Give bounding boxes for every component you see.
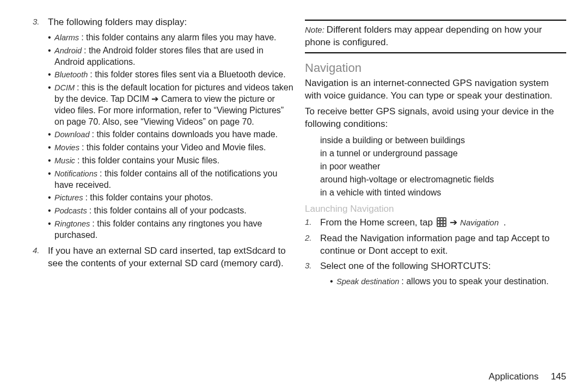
folder-item: • DCIM: this is the default location for…: [48, 82, 294, 127]
folder-term: Ringtones: [54, 219, 92, 228]
svg-rect-5: [440, 221, 442, 223]
list-number: 3.: [33, 16, 48, 29]
condition-item: in a tunnel or underground passage: [320, 147, 566, 160]
footer-section: Applications: [489, 371, 539, 382]
list-body: Select one of the following SHORTCUTS:: [320, 260, 566, 273]
list-number: 2.: [305, 232, 320, 258]
list-body: From the Home screen, tap ➔ Navigation .: [320, 217, 566, 229]
page-footer: Applications 145: [489, 371, 566, 382]
shortcut-desc: : allows you to speak your destination.: [401, 277, 548, 286]
conditions-list: inside a building or between buildings i…: [320, 134, 566, 199]
condition-item: inside a building or between buildings: [320, 134, 566, 147]
nav-paragraph-1: Navigation is an internet-connected GPS …: [305, 77, 566, 102]
folder-item: • Download: this folder contains downloa…: [48, 129, 294, 140]
folder-term: Music: [54, 156, 77, 165]
folder-term: Pictures: [54, 193, 85, 202]
folder-desc: : this folder contains downloads you hav…: [92, 130, 278, 139]
bullet-icon: •: [48, 69, 54, 81]
folder-term: Bluetooth: [54, 70, 90, 79]
note-label: Note:: [305, 25, 327, 34]
folder-item: • Alarms: this folder contains any alarm…: [48, 32, 294, 44]
folder-item: • Android: the Android folder stores fil…: [48, 45, 294, 68]
bullet-icon: •: [48, 142, 54, 154]
folder-term: Notifications: [54, 169, 100, 178]
bullet-icon: •: [48, 205, 54, 217]
section-heading-navigation: Navigation: [305, 61, 566, 75]
folder-desc: : this folder contains your photos.: [85, 193, 213, 202]
note-text: Different folders may appear depending o…: [305, 24, 542, 47]
folder-desc: : this folder contains any alarm files y…: [81, 33, 276, 42]
nav-paragraph-2: To receive better GPS signals, avoid usi…: [305, 106, 566, 131]
folder-term: Alarms: [54, 33, 81, 42]
arrow-text: ➔: [450, 217, 460, 228]
app-name: Navigation: [460, 218, 501, 227]
folder-item: • Bluetooth: this folder stores files se…: [48, 69, 294, 81]
folder-desc: : this folder contains all of your podca…: [89, 206, 247, 215]
svg-rect-3: [444, 218, 445, 220]
folder-desc: : this is the default location for pictu…: [54, 83, 293, 126]
step-1: 1. From the Home screen, tap ➔ Navigatio…: [305, 217, 566, 229]
shortcut-term: Speak destination: [336, 277, 401, 286]
list-body: If you have an external SD card inserted…: [48, 245, 294, 270]
bullet-icon: •: [48, 82, 54, 127]
bullet-icon: •: [48, 155, 54, 167]
shortcut-item: • Speak destination: allows you to speak…: [330, 276, 566, 287]
list-body: The following folders may display:: [48, 16, 294, 29]
condition-item: around high-voltage or electromagnetic f…: [320, 173, 566, 186]
bullet-icon: •: [330, 276, 336, 287]
bullet-icon: •: [48, 129, 54, 140]
bullet-icon: •: [48, 218, 54, 241]
list-body: Read the Navigation information page and…: [320, 232, 566, 258]
bullet-icon: •: [48, 192, 54, 204]
footer-page-number: 145: [541, 371, 566, 382]
note-block: Note:Different folders may appear depend…: [305, 20, 566, 53]
folder-desc: : this folder contains your Music files.: [77, 156, 219, 165]
bullet-icon: •: [48, 32, 54, 44]
folder-desc: : the Android folder stores files that a…: [54, 46, 264, 66]
folder-term: Podcasts: [54, 206, 89, 215]
bullet-icon: •: [48, 168, 54, 191]
list-item-4: 4. If you have an external SD card inser…: [33, 245, 294, 270]
list-number: 4.: [33, 245, 48, 270]
folder-desc: : this folder contains your Video and Mo…: [82, 143, 266, 152]
list-number: 1.: [305, 217, 320, 229]
page: 3. The following folders may display: • …: [0, 0, 588, 392]
condition-item: in a vehicle with tinted windows: [320, 186, 566, 199]
list-item-3: 3. The following folders may display:: [33, 16, 294, 29]
apps-grid-icon: [437, 217, 446, 227]
folder-item: • Movies: this folder contains your Vide…: [48, 142, 294, 154]
folder-item: • Notifications: this folder contains al…: [48, 168, 294, 191]
left-column: 3. The following folders may display: • …: [33, 16, 299, 376]
subsection-heading-launch: Launching Navigation: [305, 204, 566, 215]
svg-rect-2: [440, 218, 442, 220]
step-2: 2. Read the Navigation information page …: [305, 232, 566, 258]
folder-item: • Podcasts: this folder contains all of …: [48, 205, 294, 217]
folder-term: DCIM: [54, 83, 77, 92]
folder-term: Movies: [54, 143, 82, 152]
svg-rect-4: [438, 221, 439, 223]
bullet-icon: •: [48, 45, 54, 68]
folder-term: Android: [54, 46, 84, 55]
svg-rect-6: [444, 221, 445, 223]
svg-rect-7: [438, 224, 439, 226]
svg-rect-1: [438, 218, 439, 220]
step-text-pre: From the Home screen, tap: [320, 217, 436, 228]
right-column: Note:Different folders may appear depend…: [299, 16, 566, 376]
folder-item: • Pictures: this folder contains your ph…: [48, 192, 294, 204]
folder-item: • Music: this folder contains your Music…: [48, 155, 294, 167]
svg-rect-9: [444, 224, 445, 226]
folder-term: Download: [54, 130, 92, 139]
condition-item: in poor weather: [320, 160, 566, 173]
folder-item: • Ringtones: this folder contains any ri…: [48, 218, 294, 241]
step-3: 3. Select one of the following SHORTCUTS…: [305, 260, 566, 273]
period: .: [504, 217, 506, 228]
list-number: 3.: [305, 260, 320, 273]
folder-desc: : this folder stores files sent via a Bl…: [90, 70, 285, 79]
svg-rect-8: [440, 224, 442, 226]
